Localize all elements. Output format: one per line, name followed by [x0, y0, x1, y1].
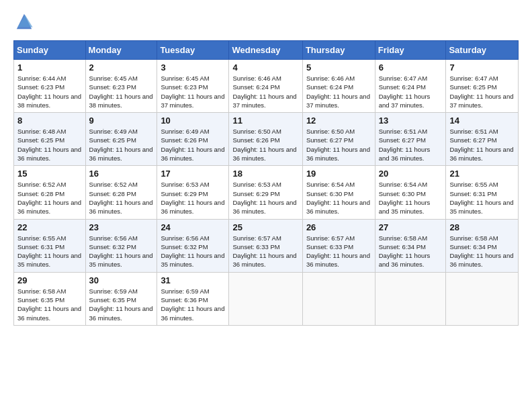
sunset-label: Sunset: 6:35 PM	[89, 296, 136, 304]
day-number: 21	[449, 169, 515, 179]
day-number: 30	[89, 275, 154, 285]
sunrise-label: Sunrise: 6:57 AM	[306, 234, 355, 242]
daylight-label: Daylight: 11 hours and 36 minutes.	[306, 199, 370, 215]
calendar-cell	[446, 272, 519, 325]
daylight-label: Daylight: 11 hours and 37 minutes.	[379, 93, 431, 109]
daylight-label: Daylight: 11 hours and 35 minutes.	[89, 252, 153, 268]
day-number: 1	[17, 62, 82, 73]
day-number: 4	[232, 62, 298, 73]
calendar-cell	[302, 272, 375, 325]
day-number: 20	[379, 169, 443, 179]
header	[13, 12, 519, 34]
day-number: 15	[17, 169, 82, 179]
sunrise-label: Sunrise: 6:47 AM	[379, 75, 427, 82]
day-info: Sunrise: 6:50 AM Sunset: 6:27 PM Dayligh…	[306, 127, 371, 163]
day-info: Sunrise: 6:47 AM Sunset: 6:24 PM Dayligh…	[379, 74, 443, 109]
sunset-label: Sunset: 6:34 PM	[379, 243, 426, 250]
day-number: 3	[161, 62, 225, 73]
sunset-label: Sunset: 6:28 PM	[17, 190, 64, 197]
sunset-label: Sunset: 6:25 PM	[89, 136, 136, 144]
day-number: 18	[232, 169, 298, 179]
sunrise-label: Sunrise: 6:53 AM	[161, 181, 209, 188]
day-info: Sunrise: 6:59 AM Sunset: 6:36 PM Dayligh…	[161, 287, 225, 322]
daylight-label: Daylight: 11 hours and 36 minutes.	[232, 199, 296, 215]
sunrise-label: Sunrise: 6:46 AM	[232, 75, 281, 82]
day-info: Sunrise: 6:58 AM Sunset: 6:34 PM Dayligh…	[379, 234, 443, 269]
day-info: Sunrise: 6:52 AM Sunset: 6:28 PM Dayligh…	[89, 180, 154, 216]
daylight-label: Daylight: 11 hours and 37 minutes.	[232, 93, 296, 109]
daylight-label: Daylight: 11 hours and 36 minutes.	[89, 146, 153, 162]
calendar-cell: 11 Sunrise: 6:50 AM Sunset: 6:26 PM Dayl…	[229, 113, 302, 166]
day-info: Sunrise: 6:45 AM Sunset: 6:23 PM Dayligh…	[161, 74, 225, 109]
sunrise-label: Sunrise: 6:53 AM	[232, 181, 281, 188]
sunset-label: Sunset: 6:28 PM	[89, 190, 136, 197]
day-number: 16	[89, 169, 154, 179]
calendar-cell: 2 Sunrise: 6:45 AM Sunset: 6:23 PM Dayli…	[85, 60, 157, 113]
day-info: Sunrise: 6:44 AM Sunset: 6:23 PM Dayligh…	[17, 74, 82, 109]
daylight-label: Daylight: 11 hours and 38 minutes.	[17, 93, 81, 109]
sunset-label: Sunset: 6:36 PM	[161, 296, 208, 304]
sunset-label: Sunset: 6:26 PM	[161, 136, 208, 144]
daylight-label: Daylight: 11 hours and 37 minutes.	[449, 93, 513, 109]
day-number: 26	[306, 222, 371, 232]
calendar-cell: 20 Sunrise: 6:54 AM Sunset: 6:30 PM Dayl…	[375, 166, 446, 219]
sunrise-label: Sunrise: 6:49 AM	[89, 128, 138, 135]
logo	[13, 12, 34, 34]
day-number: 28	[449, 222, 515, 232]
calendar-cell: 12 Sunrise: 6:50 AM Sunset: 6:27 PM Dayl…	[302, 113, 375, 166]
day-number: 25	[232, 222, 298, 232]
day-number: 6	[379, 62, 443, 73]
calendar-cell: 18 Sunrise: 6:53 AM Sunset: 6:29 PM Dayl…	[229, 166, 302, 219]
day-info: Sunrise: 6:48 AM Sunset: 6:25 PM Dayligh…	[17, 127, 82, 163]
calendar-cell: 9 Sunrise: 6:49 AM Sunset: 6:25 PM Dayli…	[85, 113, 157, 166]
calendar-cell: 13 Sunrise: 6:51 AM Sunset: 6:27 PM Dayl…	[375, 113, 446, 166]
daylight-label: Daylight: 11 hours and 36 minutes.	[17, 305, 81, 321]
sunset-label: Sunset: 6:32 PM	[161, 243, 208, 250]
sunrise-label: Sunrise: 6:56 AM	[161, 234, 209, 242]
calendar-cell: 5 Sunrise: 6:46 AM Sunset: 6:24 PM Dayli…	[302, 60, 375, 113]
daylight-label: Daylight: 11 hours and 36 minutes.	[306, 252, 370, 268]
day-info: Sunrise: 6:56 AM Sunset: 6:32 PM Dayligh…	[89, 234, 154, 269]
sunset-label: Sunset: 6:24 PM	[232, 83, 279, 91]
day-number: 8	[17, 116, 82, 126]
day-info: Sunrise: 6:55 AM Sunset: 6:31 PM Dayligh…	[449, 180, 515, 216]
svg-marker-1	[17, 15, 32, 27]
sunrise-label: Sunrise: 6:52 AM	[89, 181, 138, 188]
calendar-cell: 21 Sunrise: 6:55 AM Sunset: 6:31 PM Dayl…	[446, 166, 519, 219]
col-wednesday: Wednesday	[229, 41, 302, 60]
sunset-label: Sunset: 6:31 PM	[17, 243, 64, 250]
day-info: Sunrise: 6:47 AM Sunset: 6:25 PM Dayligh…	[449, 74, 515, 109]
daylight-label: Daylight: 11 hours and 36 minutes.	[379, 146, 431, 162]
calendar-cell: 23 Sunrise: 6:56 AM Sunset: 6:32 PM Dayl…	[85, 219, 157, 272]
sunrise-label: Sunrise: 6:47 AM	[449, 75, 498, 82]
sunrise-label: Sunrise: 6:55 AM	[17, 234, 66, 242]
calendar-cell: 26 Sunrise: 6:57 AM Sunset: 6:33 PM Dayl…	[302, 219, 375, 272]
calendar-cell: 28 Sunrise: 6:58 AM Sunset: 6:34 PM Dayl…	[446, 219, 519, 272]
col-saturday: Saturday	[446, 41, 519, 60]
day-info: Sunrise: 6:56 AM Sunset: 6:32 PM Dayligh…	[161, 234, 225, 269]
calendar-cell: 25 Sunrise: 6:57 AM Sunset: 6:33 PM Dayl…	[229, 219, 302, 272]
calendar-cell: 17 Sunrise: 6:53 AM Sunset: 6:29 PM Dayl…	[157, 166, 229, 219]
col-sunday: Sunday	[14, 41, 86, 60]
day-info: Sunrise: 6:51 AM Sunset: 6:27 PM Dayligh…	[379, 127, 443, 163]
sunrise-label: Sunrise: 6:52 AM	[17, 181, 66, 188]
day-number: 19	[306, 169, 371, 179]
day-number: 12	[306, 116, 371, 126]
day-info: Sunrise: 6:53 AM Sunset: 6:29 PM Dayligh…	[161, 180, 225, 216]
daylight-label: Daylight: 11 hours and 35 minutes.	[161, 252, 224, 268]
sunrise-label: Sunrise: 6:54 AM	[379, 181, 427, 188]
daylight-label: Daylight: 11 hours and 37 minutes.	[306, 93, 370, 109]
sunrise-label: Sunrise: 6:58 AM	[17, 287, 66, 295]
day-info: Sunrise: 6:57 AM Sunset: 6:33 PM Dayligh…	[306, 234, 371, 269]
sunrise-label: Sunrise: 6:50 AM	[306, 128, 355, 135]
sunset-label: Sunset: 6:25 PM	[17, 136, 64, 144]
day-number: 23	[89, 222, 154, 232]
calendar-cell: 24 Sunrise: 6:56 AM Sunset: 6:32 PM Dayl…	[157, 219, 229, 272]
calendar-cell: 22 Sunrise: 6:55 AM Sunset: 6:31 PM Dayl…	[14, 219, 86, 272]
day-number: 27	[379, 222, 443, 232]
sunset-label: Sunset: 6:26 PM	[232, 136, 279, 144]
day-info: Sunrise: 6:54 AM Sunset: 6:30 PM Dayligh…	[306, 180, 371, 216]
sunset-label: Sunset: 6:35 PM	[17, 296, 64, 304]
day-info: Sunrise: 6:52 AM Sunset: 6:28 PM Dayligh…	[17, 180, 82, 216]
day-info: Sunrise: 6:49 AM Sunset: 6:26 PM Dayligh…	[161, 127, 225, 163]
